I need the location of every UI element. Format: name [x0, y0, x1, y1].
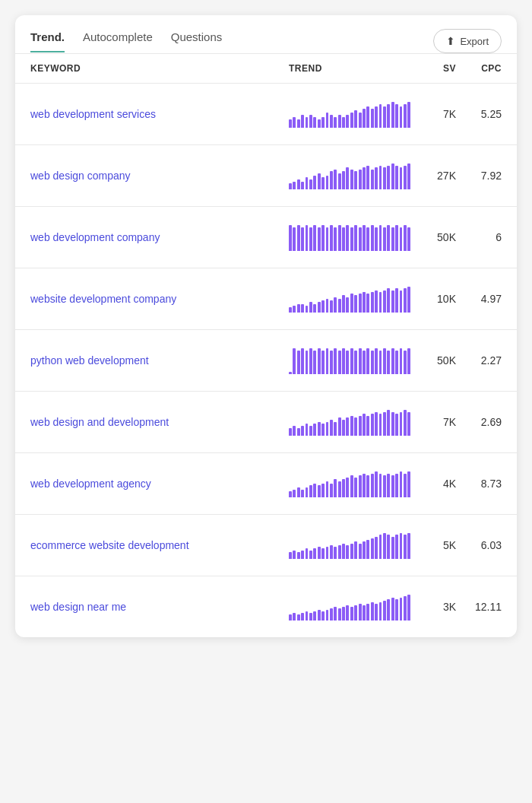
bar [293, 490, 296, 497]
tabs-container: Trend. Autocomplete Questions [30, 30, 222, 52]
keyword-link[interactable]: web design and development [30, 416, 289, 428]
bar [321, 484, 325, 497]
bar [318, 422, 321, 436]
table-row: website development company10K4.97 [15, 268, 517, 330]
bar [330, 545, 333, 559]
bar [354, 171, 357, 189]
trend-chart [289, 100, 410, 128]
bar [387, 599, 390, 620]
bar [366, 540, 369, 559]
bar [366, 475, 369, 497]
bar [289, 307, 292, 313]
bar [318, 547, 321, 559]
bar [297, 428, 300, 436]
bar [350, 607, 353, 620]
bar [359, 475, 362, 497]
bar [354, 417, 357, 436]
bar [404, 166, 407, 189]
bar [387, 351, 390, 374]
bar [330, 300, 333, 313]
bar [293, 306, 296, 313]
bar [359, 604, 362, 620]
bar [350, 416, 353, 436]
bar [301, 348, 304, 374]
cpc-value: 6 [456, 231, 502, 243]
export-button[interactable]: ⬆ Export [433, 29, 502, 53]
bar [334, 297, 337, 313]
table-row: web design and development7K2.69 [15, 392, 517, 453]
bar [366, 106, 369, 128]
table-row: web development agency4K8.73 [15, 453, 517, 515]
bar [301, 490, 304, 497]
bar [379, 414, 382, 436]
bar [404, 535, 407, 559]
bar [371, 538, 374, 559]
keyword-link[interactable]: web design company [30, 170, 289, 182]
bar [395, 288, 398, 313]
bar [301, 115, 304, 128]
keyword-link[interactable]: web development services [30, 108, 289, 120]
table-row: web design company27K7.92 [15, 145, 517, 207]
table-row: web development services7K5.25 [15, 84, 517, 145]
bar [342, 607, 345, 620]
bar [326, 422, 329, 436]
bar [313, 548, 316, 559]
bar [350, 113, 353, 128]
bar [346, 167, 349, 189]
bar [330, 420, 333, 436]
bar [363, 167, 366, 189]
cpc-value: 5.25 [456, 108, 502, 120]
bar [309, 613, 312, 620]
bar [289, 614, 292, 620]
bar [334, 607, 337, 620]
keyword-link[interactable]: web design near me [30, 601, 289, 613]
bar [366, 416, 369, 436]
table-header: KEYWORD TREND SV CPC [15, 54, 517, 84]
bar [309, 179, 312, 189]
keyword-link[interactable]: web development agency [30, 478, 289, 490]
keyword-link[interactable]: website development company [30, 293, 289, 305]
bar [338, 299, 341, 313]
bar [383, 533, 386, 559]
bar [400, 533, 403, 559]
bar [375, 604, 378, 620]
bar [306, 611, 309, 620]
bar [346, 545, 349, 559]
bar [346, 478, 349, 497]
tab-trend[interactable]: Trend. [30, 30, 65, 52]
bar [326, 348, 329, 374]
bar [289, 183, 292, 189]
tab-autocomplete[interactable]: Autocomplete [83, 30, 153, 52]
keyword-link[interactable]: web development company [30, 231, 289, 243]
bar [318, 348, 321, 374]
bar [342, 544, 345, 559]
keyword-link[interactable]: ecommerce website development [30, 539, 289, 551]
bar [400, 290, 403, 313]
bar [359, 294, 362, 313]
bar [375, 348, 378, 374]
bar [313, 611, 316, 620]
col-cpc: CPC [456, 63, 502, 74]
bar [387, 474, 390, 497]
col-trend: TREND [289, 63, 410, 74]
bar [371, 109, 374, 129]
bar [363, 474, 366, 497]
bar [350, 348, 353, 374]
trend-chart [289, 470, 410, 497]
tab-questions[interactable]: Questions [171, 30, 223, 52]
bar [350, 544, 353, 559]
bar [379, 535, 382, 559]
sv-value: 50K [410, 231, 456, 243]
bar [354, 541, 357, 559]
bar [400, 227, 403, 251]
bar [404, 225, 407, 251]
keyword-link[interactable]: python web development [30, 354, 289, 367]
bar [293, 117, 296, 128]
cpc-value: 2.69 [456, 416, 502, 428]
bar [321, 611, 325, 620]
bar [297, 119, 300, 128]
bar [404, 351, 407, 374]
bar [330, 115, 333, 128]
cpc-value: 2.27 [456, 354, 502, 367]
sv-value: 50K [410, 354, 456, 367]
